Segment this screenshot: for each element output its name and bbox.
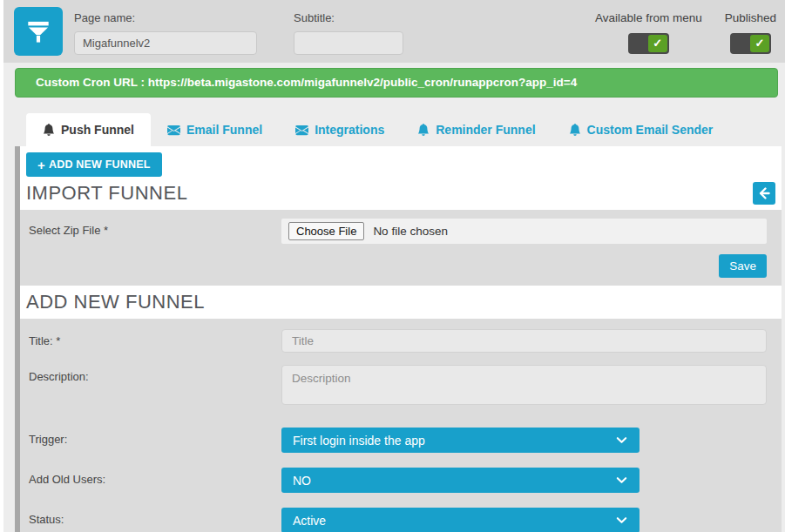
app-page: Page name: Subtitle: Available from menu… xyxy=(3,0,785,532)
check-icon: ✓ xyxy=(750,35,769,52)
save-button[interactable]: Save xyxy=(719,254,767,278)
top-header: Page name: Subtitle: Available from menu… xyxy=(3,0,785,63)
add-new-funnel-button-label: ADD NEW FUNNEL xyxy=(49,158,151,171)
check-icon: ✓ xyxy=(648,35,667,52)
select-zip-label: Select Zip File * xyxy=(20,219,281,237)
tab-bar: Push Funnel Email Funnel Integrations Re… xyxy=(3,113,785,146)
available-from-menu-label: Available from menu xyxy=(595,7,702,24)
page-name-label: Page name: xyxy=(74,7,257,24)
back-button[interactable] xyxy=(753,182,775,205)
add-new-funnel-form: Title: * Description: Trigger: First log… xyxy=(20,319,782,532)
tab-reminder-funnel[interactable]: Reminder Funnel xyxy=(401,113,552,146)
tab-label: Push Funnel xyxy=(61,123,134,137)
title-label: Title: * xyxy=(20,329,281,347)
choose-file-button[interactable]: Choose File xyxy=(288,222,364,240)
chevron-down-icon xyxy=(615,514,628,527)
tab-label: Integrations xyxy=(315,123,384,137)
add-new-funnel-button[interactable]: + ADD NEW FUNNEL xyxy=(26,152,162,177)
description-label: Description: xyxy=(20,365,281,383)
tab-email-funnel[interactable]: Email Funnel xyxy=(151,113,279,146)
tab-custom-email-sender[interactable]: Custom Email Sender xyxy=(552,113,730,146)
tab-label: Custom Email Sender xyxy=(587,123,714,137)
status-label: Status: xyxy=(20,508,281,526)
add-old-users-select[interactable]: NO xyxy=(281,468,640,493)
envelope-icon xyxy=(167,124,180,137)
cron-url-banner: Custom Cron URL : https://beta.migastone… xyxy=(15,68,778,98)
import-funnel-form: Select Zip File * Choose File No file ch… xyxy=(20,210,782,286)
back-arrow-icon xyxy=(757,186,771,200)
tab-integrations[interactable]: Integrations xyxy=(279,113,401,146)
subtitle-label: Subtitle: xyxy=(294,7,403,24)
file-status-text: No file chosen xyxy=(373,225,448,238)
import-funnel-heading: IMPORT FUNNEL xyxy=(26,182,187,205)
funnel-icon xyxy=(23,16,54,47)
trigger-select[interactable]: First login inside the app xyxy=(281,428,640,453)
tab-label: Reminder Funnel xyxy=(436,123,535,137)
tab-push-funnel[interactable]: Push Funnel xyxy=(26,113,151,146)
chevron-down-icon xyxy=(615,474,628,487)
status-select[interactable]: Active xyxy=(281,508,640,532)
zip-file-input[interactable]: Choose File No file chosen xyxy=(281,219,767,244)
trigger-label: Trigger: xyxy=(20,428,281,446)
content-panel: + ADD NEW FUNNEL IMPORT FUNNEL Select Zi… xyxy=(15,146,782,532)
page-name-input[interactable] xyxy=(74,31,257,55)
funnel-logo xyxy=(14,7,63,56)
add-new-funnel-heading: ADD NEW FUNNEL xyxy=(26,291,205,313)
envelope-icon xyxy=(295,124,308,137)
add-old-users-label: Add Old Users: xyxy=(20,468,281,486)
published-toggle[interactable]: ✓ xyxy=(730,33,771,54)
available-from-menu-toggle[interactable]: ✓ xyxy=(628,33,669,54)
bell-icon xyxy=(43,124,55,136)
subtitle-input[interactable] xyxy=(294,31,403,55)
published-label: Published xyxy=(725,7,776,24)
bell-icon xyxy=(569,124,581,136)
description-textarea[interactable] xyxy=(281,365,767,405)
tab-label: Email Funnel xyxy=(186,123,262,137)
chevron-down-icon xyxy=(615,434,628,447)
bell-icon xyxy=(417,124,430,136)
add-old-users-selected-value: NO xyxy=(293,474,615,488)
trigger-selected-value: First login inside the app xyxy=(293,434,615,448)
status-selected-value: Active xyxy=(293,514,615,528)
plus-icon: + xyxy=(37,158,45,172)
title-input[interactable] xyxy=(281,329,767,353)
